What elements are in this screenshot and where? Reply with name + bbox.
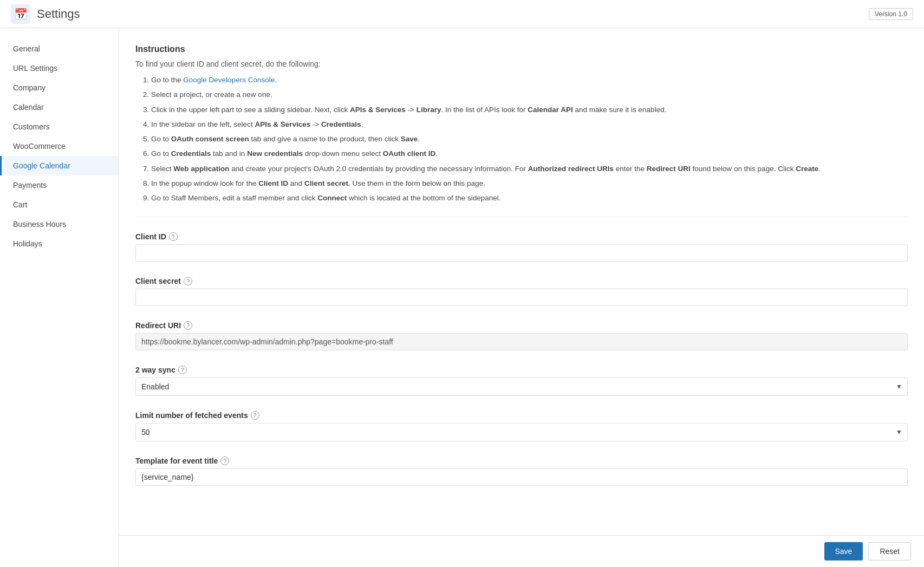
limit-events-help-icon[interactable]: ? — [251, 411, 259, 420]
sidebar-item-company[interactable]: Company — [0, 78, 119, 97]
instructions-title: Instructions — [135, 44, 908, 54]
instructions-intro: To find your client ID and client secret… — [135, 60, 908, 68]
sidebar-item-url-settings[interactable]: URL Settings — [0, 58, 119, 78]
client-secret-help-icon[interactable]: ? — [184, 277, 192, 285]
step-9: Go to Staff Members, edit a staff member… — [141, 193, 908, 204]
sidebar-item-holidays[interactable]: Holidays — [0, 234, 119, 253]
step-6: Go to Credentials tab and in New credent… — [141, 148, 908, 159]
limit-events-label: Limit number of fetched events ? — [135, 411, 908, 420]
header: 📅 Settings Version 1.0 — [0, 0, 924, 28]
google-console-link[interactable]: Google Developers Console. — [183, 76, 277, 84]
two-way-sync-select[interactable]: Enabled Disabled — [135, 377, 908, 396]
step-8: In the popup window look for the Client … — [141, 178, 908, 189]
divider-1 — [135, 217, 908, 217]
step-5: Go to OAuth consent screen tab and give … — [141, 134, 908, 145]
step-2: Select a project, or create a new one. — [141, 89, 908, 100]
client-id-input[interactable] — [135, 244, 908, 262]
instructions-section: Instructions To find your client ID and … — [135, 44, 908, 204]
template-event-title-help-icon[interactable]: ? — [220, 457, 229, 465]
client-id-help-icon[interactable]: ? — [169, 232, 178, 241]
redirect-uri-help-icon[interactable]: ? — [184, 321, 192, 330]
two-way-sync-label: 2 way sync ? — [135, 366, 908, 374]
template-event-title-label: Template for event title ? — [135, 457, 908, 465]
sidebar-item-payments[interactable]: Payments — [0, 175, 119, 195]
limit-events-select[interactable]: 10 25 50 100 200 — [135, 423, 908, 441]
limit-events-wrapper: 10 25 50 100 200 ▼ — [135, 423, 908, 441]
main-content: Instructions To find your client ID and … — [119, 28, 924, 567]
two-way-sync-wrapper: Enabled Disabled ▼ — [135, 377, 908, 396]
client-id-section: Client ID ? — [135, 232, 908, 262]
redirect-uri-input — [135, 333, 908, 350]
sidebar-item-cart[interactable]: Cart — [0, 195, 119, 214]
sidebar-item-google-calendar[interactable]: Google Calendar — [0, 156, 119, 175]
redirect-uri-section: Redirect URI ? — [135, 321, 908, 350]
sidebar-item-woocommerce[interactable]: WooCommerce — [0, 136, 119, 156]
sidebar-item-customers[interactable]: Customers — [0, 117, 119, 136]
calendar-icon: 📅 — [11, 4, 30, 24]
step-7: Select Web application and create your p… — [141, 164, 908, 174]
bottom-bar: Save Reset — [119, 535, 924, 567]
version-badge: Version 1.0 — [869, 8, 913, 20]
redirect-uri-label: Redirect URI ? — [135, 321, 908, 330]
sidebar: General URL Settings Company Calendar Cu… — [0, 28, 119, 567]
step-1: Go to the Google Developers Console. — [141, 75, 908, 86]
sidebar-item-general[interactable]: General — [0, 39, 119, 58]
client-secret-label: Client secret ? — [135, 277, 908, 285]
two-way-sync-section: 2 way sync ? Enabled Disabled ▼ — [135, 366, 908, 396]
layout: General URL Settings Company Calendar Cu… — [0, 28, 924, 567]
reset-button[interactable]: Reset — [868, 542, 911, 561]
two-way-sync-help-icon[interactable]: ? — [178, 366, 187, 374]
client-id-label: Client ID ? — [135, 232, 908, 241]
step-3: Click in the upper left part to see a sl… — [141, 105, 908, 115]
header-left: 📅 Settings — [11, 4, 80, 24]
sidebar-item-calendar[interactable]: Calendar — [0, 97, 119, 117]
client-secret-section: Client secret ? — [135, 277, 908, 306]
limit-events-section: Limit number of fetched events ? 10 25 5… — [135, 411, 908, 441]
template-event-title-input[interactable] — [135, 468, 908, 486]
instructions-list: Go to the Google Developers Console. Sel… — [135, 75, 908, 204]
template-event-title-section: Template for event title ? — [135, 457, 908, 486]
client-secret-input[interactable] — [135, 289, 908, 306]
page-title: Settings — [37, 7, 80, 21]
save-button[interactable]: Save — [824, 542, 863, 561]
sidebar-item-business-hours[interactable]: Business Hours — [0, 214, 119, 234]
step-4: In the sidebar on the left, select APIs … — [141, 119, 908, 130]
